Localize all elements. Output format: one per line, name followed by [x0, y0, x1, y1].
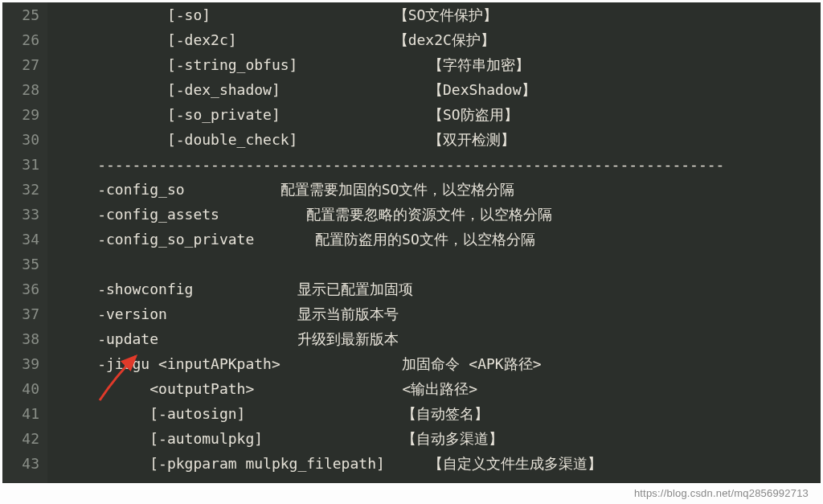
- code-text: -version 显示当前版本号: [54, 305, 399, 322]
- line-number: 41: [10, 401, 39, 426]
- line-number: 27: [10, 52, 39, 77]
- line-number: 40: [10, 376, 39, 401]
- code-line[interactable]: -jiagu <inputAPKpath> 加固命令 <APK路径>: [54, 351, 821, 376]
- code-line[interactable]: -showconfig 显示已配置加固项: [54, 277, 821, 301]
- code-text: [-dex2c] 【dex2C保护】: [54, 31, 495, 48]
- code-line[interactable]: -config_so_private 配置防盗用的SO文件，以空格分隔: [54, 227, 821, 252]
- code-text: <outputPath> <输出路径>: [54, 380, 477, 397]
- line-number-gutter: 25262728293031323334353637383940414243: [2, 2, 47, 483]
- line-number: 36: [10, 277, 39, 301]
- code-line[interactable]: [-autosign] 【自动签名】: [54, 401, 821, 426]
- code-line[interactable]: -update 升级到最新版本: [54, 326, 821, 351]
- code-line[interactable]: -config_so 配置需要加固的SO文件，以空格分隔: [54, 177, 821, 202]
- line-number: 31: [10, 152, 39, 177]
- code-text: -config_assets 配置需要忽略的资源文件，以空格分隔: [54, 206, 552, 223]
- code-text: [-so_private] 【SO防盗用】: [54, 106, 518, 123]
- line-number: 29: [10, 102, 39, 127]
- code-text: -config_so_private 配置防盗用的SO文件，以空格分隔: [54, 231, 535, 248]
- line-number: 43: [10, 451, 39, 476]
- line-number: 42: [10, 426, 39, 451]
- line-number: 30: [10, 127, 39, 152]
- code-line[interactable]: [-so_private] 【SO防盗用】: [54, 102, 821, 127]
- code-line[interactable]: [-double_check] 【双开检测】: [54, 127, 821, 152]
- code-line[interactable]: [54, 252, 821, 277]
- code-text: [-pkgparam mulpkg_filepath] 【自定义文件生成多渠道】: [54, 455, 602, 472]
- line-number: 38: [10, 326, 39, 351]
- code-text: ----------------------------------------…: [54, 156, 724, 173]
- watermark-text: https://blog.csdn.net/mq2856992713: [634, 488, 809, 498]
- code-text: [-so] 【SO文件保护】: [54, 6, 497, 23]
- line-number: 25: [10, 2, 39, 27]
- code-line[interactable]: [-string_obfus] 【字符串加密】: [54, 52, 821, 77]
- code-line[interactable]: -version 显示当前版本号: [54, 301, 821, 326]
- code-text: -update 升级到最新版本: [54, 330, 399, 347]
- line-number: 26: [10, 27, 39, 52]
- code-text: [-autosign] 【自动签名】: [54, 405, 489, 422]
- line-number: 28: [10, 77, 39, 102]
- code-line[interactable]: [-dex_shadow] 【DexShadow】: [54, 77, 821, 102]
- line-number: 35: [10, 252, 39, 277]
- code-line[interactable]: [-so] 【SO文件保护】: [54, 2, 821, 27]
- code-line[interactable]: [-pkgparam mulpkg_filepath] 【自定义文件生成多渠道】: [54, 451, 821, 476]
- line-number: 37: [10, 301, 39, 326]
- code-line[interactable]: -config_assets 配置需要忽略的资源文件，以空格分隔: [54, 202, 821, 227]
- line-number: 39: [10, 351, 39, 376]
- code-line[interactable]: [-automulpkg] 【自动多渠道】: [54, 426, 821, 451]
- line-number: 32: [10, 177, 39, 202]
- code-line[interactable]: ----------------------------------------…: [54, 152, 821, 177]
- line-number: 34: [10, 227, 39, 252]
- code-text: -jiagu <inputAPKpath> 加固命令 <APK路径>: [54, 355, 542, 372]
- code-text: -showconfig 显示已配置加固项: [54, 281, 413, 297]
- code-text: [-string_obfus] 【字符串加密】: [54, 56, 530, 73]
- code-area[interactable]: [-so] 【SO文件保护】 [-dex2c] 【dex2C保护】 [-stri…: [47, 2, 821, 483]
- code-editor: 25262728293031323334353637383940414243 […: [2, 2, 821, 483]
- code-text: [-automulpkg] 【自动多渠道】: [54, 430, 503, 447]
- code-text: [-dex_shadow] 【DexShadow】: [54, 81, 536, 98]
- code-text: -config_so 配置需要加固的SO文件，以空格分隔: [54, 181, 514, 198]
- code-line[interactable]: <outputPath> <输出路径>: [54, 376, 821, 401]
- code-text: [-double_check] 【双开检测】: [54, 131, 515, 148]
- code-line[interactable]: [-dex2c] 【dex2C保护】: [54, 27, 821, 52]
- line-number: 33: [10, 202, 39, 227]
